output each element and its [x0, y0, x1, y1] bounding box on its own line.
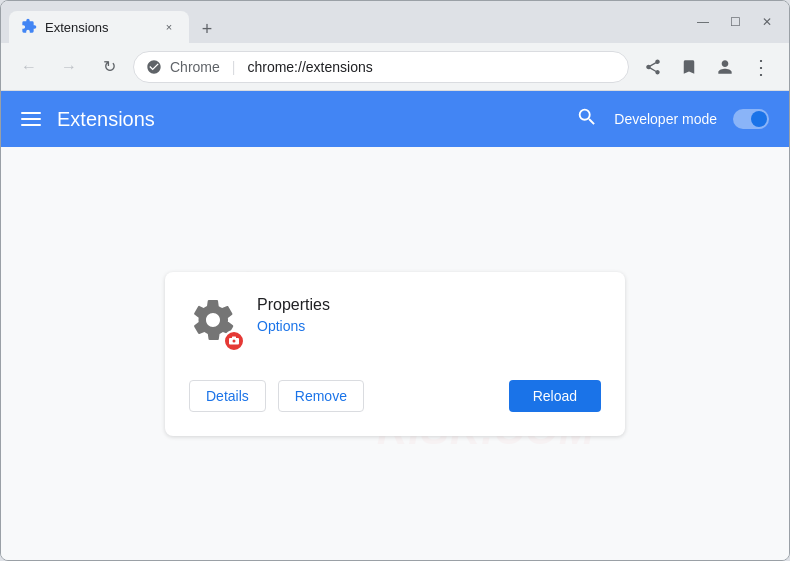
search-extensions-button[interactable]: [576, 106, 598, 133]
extensions-header: Extensions Developer mode: [1, 91, 789, 147]
profile-button[interactable]: [709, 51, 741, 83]
reload-button[interactable]: Reload: [509, 380, 601, 412]
address-separator: |: [232, 59, 236, 75]
extension-icon-wrapper: [189, 296, 241, 348]
browser-window: Extensions × + — ☐ ✕ ← → ↻ Chrome | chro…: [0, 0, 790, 561]
developer-mode-label: Developer mode: [614, 111, 717, 127]
main-content: RISK.COM: [1, 147, 789, 560]
address-url: chrome://extensions: [247, 59, 372, 75]
site-security-icon: [146, 59, 162, 75]
window-controls: — ☐ ✕: [689, 8, 781, 36]
maximize-button[interactable]: ☐: [721, 8, 749, 36]
svg-rect-5: [232, 336, 236, 338]
card-actions: Details Remove Reload: [189, 380, 601, 412]
remove-button[interactable]: Remove: [278, 380, 364, 412]
tab-title: Extensions: [45, 20, 153, 35]
tab-area: Extensions × +: [9, 1, 685, 43]
extension-info: Properties Options: [257, 296, 601, 334]
address-bar[interactable]: Chrome | chrome://extensions: [133, 51, 629, 83]
details-button[interactable]: Details: [189, 380, 266, 412]
nav-actions: ⋮: [637, 51, 777, 83]
extension-options-link[interactable]: Options: [257, 318, 601, 334]
card-top: Properties Options: [189, 296, 601, 348]
extensions-page-title: Extensions: [57, 108, 576, 131]
extension-name: Properties: [257, 296, 601, 314]
extension-tab-icon: [21, 18, 37, 37]
svg-point-4: [233, 339, 236, 342]
badge-icon: [223, 330, 245, 352]
share-button[interactable]: [637, 51, 669, 83]
developer-mode-toggle[interactable]: [733, 109, 769, 129]
extension-card: Properties Options Details Remove Reload: [165, 272, 625, 436]
nav-bar: ← → ↻ Chrome | chrome://extensions ⋮: [1, 43, 789, 91]
toggle-knob: [751, 111, 767, 127]
new-tab-button[interactable]: +: [193, 15, 221, 43]
header-actions: Developer mode: [576, 106, 769, 133]
tab-close-button[interactable]: ×: [161, 19, 177, 35]
bookmark-button[interactable]: [673, 51, 705, 83]
forward-button[interactable]: →: [53, 51, 85, 83]
minimize-button[interactable]: —: [689, 8, 717, 36]
close-button[interactable]: ✕: [753, 8, 781, 36]
reload-button[interactable]: ↻: [93, 51, 125, 83]
address-brand: Chrome: [170, 59, 220, 75]
back-button[interactable]: ←: [13, 51, 45, 83]
hamburger-menu-button[interactable]: [21, 112, 41, 126]
more-button[interactable]: ⋮: [745, 51, 777, 83]
active-tab[interactable]: Extensions ×: [9, 11, 189, 43]
title-bar: Extensions × + — ☐ ✕: [1, 1, 789, 43]
